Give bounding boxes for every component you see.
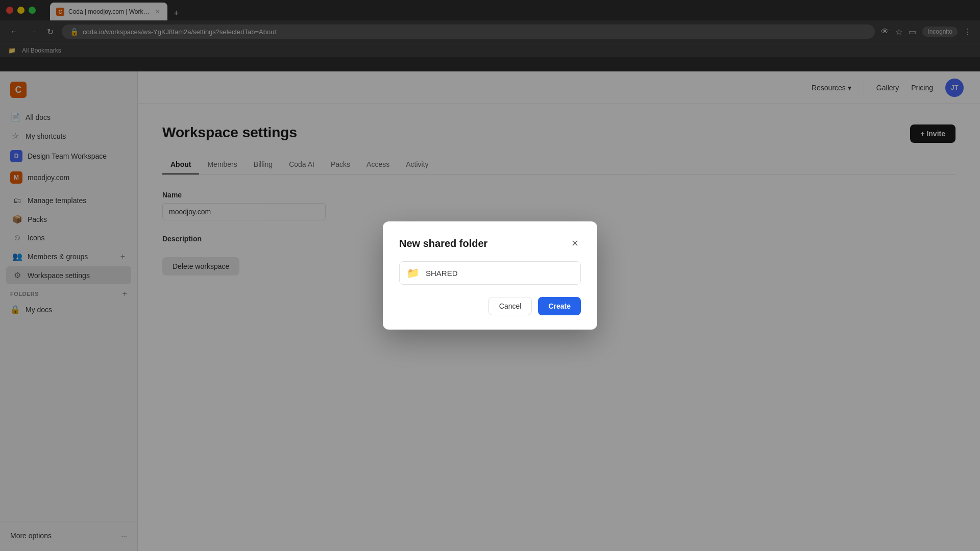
folder-name-input[interactable] (426, 269, 573, 278)
folder-icon: 📁 (407, 267, 420, 279)
modal-actions: Cancel Create (399, 297, 581, 315)
new-shared-folder-modal: New shared folder ✕ 📁 Cancel Create (383, 221, 597, 330)
modal-overlay: New shared folder ✕ 📁 Cancel Create (0, 0, 980, 551)
create-button[interactable]: Create (538, 297, 581, 315)
modal-header: New shared folder ✕ (399, 236, 581, 251)
cancel-button[interactable]: Cancel (488, 297, 532, 315)
folder-name-row[interactable]: 📁 (399, 261, 581, 285)
modal-close-button[interactable]: ✕ (569, 236, 581, 251)
modal-title: New shared folder (399, 238, 487, 249)
